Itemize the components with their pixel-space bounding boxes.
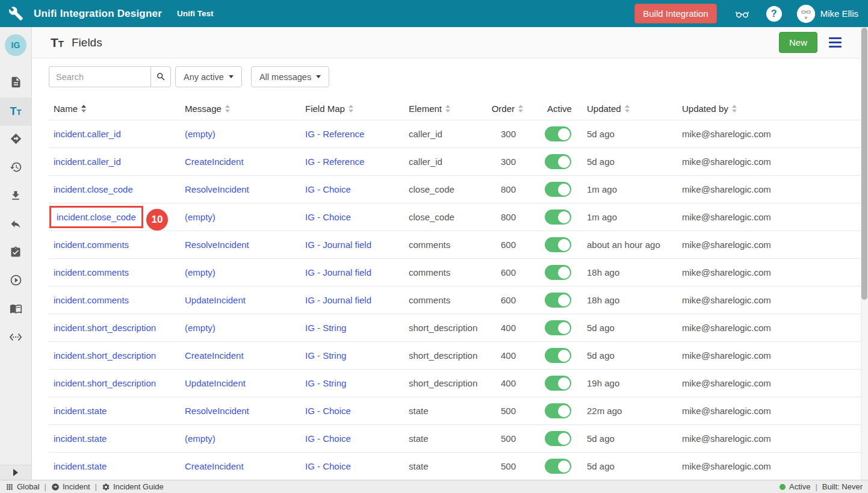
field-map-link[interactable]: IG - Choice — [305, 406, 351, 416]
field-map-link[interactable]: IG - String — [305, 378, 346, 388]
column-header-field-map[interactable]: Field Map — [305, 104, 409, 114]
field-name-link[interactable]: incident.state — [54, 461, 107, 471]
active-toggle[interactable] — [545, 209, 571, 225]
field-map-link[interactable]: IG - String — [305, 350, 346, 361]
sidebar-item-scripts[interactable] — [0, 324, 31, 352]
element-value: caller_id — [409, 129, 442, 139]
sidebar-item-documentation[interactable] — [0, 296, 31, 324]
app-title: Unifi Integration Designer — [34, 8, 162, 20]
message-link[interactable]: (empty) — [185, 433, 215, 444]
column-header-name[interactable]: Name — [49, 104, 185, 114]
download-icon — [10, 190, 22, 204]
field-name-link[interactable]: incident.caller_id — [54, 129, 121, 139]
updated-value: about an hour ago — [587, 240, 660, 250]
field-name-link[interactable]: incident.short_description — [54, 323, 156, 333]
status-bar: Global | Incident | Incident Guide Activ… — [0, 480, 868, 493]
message-link[interactable]: CreateIncident — [185, 461, 244, 471]
field-map-link[interactable]: IG - Choice — [305, 461, 351, 471]
search-input[interactable] — [49, 66, 150, 87]
field-name-link[interactable]: incident.comments — [54, 240, 129, 250]
field-map-link[interactable]: IG - Journal field — [305, 240, 371, 250]
field-map-link[interactable]: IG - Choice — [305, 212, 351, 222]
sidebar-item-history[interactable] — [0, 154, 31, 182]
sidebar-expand-button[interactable] — [0, 465, 31, 480]
message-link[interactable]: (empty) — [185, 212, 215, 222]
message-link[interactable]: (empty) — [185, 129, 215, 139]
statusbar-incident[interactable]: Incident — [51, 482, 90, 491]
active-toggle[interactable] — [545, 126, 571, 141]
gear-icon — [102, 483, 110, 491]
active-toggle[interactable] — [545, 154, 571, 169]
field-name-link[interactable]: incident.comments — [54, 267, 129, 278]
message-link[interactable]: UpdateIncident — [185, 295, 246, 305]
sidebar-item-tasks[interactable] — [0, 239, 31, 267]
order-value: 800 — [501, 212, 516, 222]
active-toggle[interactable] — [545, 320, 571, 335]
active-toggle[interactable] — [545, 431, 571, 446]
column-header-message[interactable]: Message — [185, 104, 305, 114]
active-toggle[interactable] — [545, 459, 571, 474]
field-name-link[interactable]: incident.close_code — [57, 212, 136, 222]
statusbar-global[interactable]: Global — [5, 482, 40, 491]
scrollbar-thumb[interactable] — [861, 28, 867, 300]
build-integration-button[interactable]: Build Integration — [634, 4, 716, 23]
field-map-link[interactable]: IG - Reference — [305, 129, 364, 139]
new-button[interactable]: New — [779, 32, 817, 53]
statusbar-incident-guide[interactable]: Incident Guide — [102, 482, 164, 491]
table-row: incident.commentsResolveIncidentIG - Jou… — [49, 231, 861, 258]
column-header-order[interactable]: Order — [487, 104, 529, 114]
help-icon[interactable]: ? — [766, 6, 782, 22]
scrollbar-track[interactable] — [861, 27, 868, 480]
active-toggle[interactable] — [545, 182, 571, 197]
active-toggle[interactable] — [545, 293, 571, 308]
message-link[interactable]: (empty) — [185, 323, 215, 333]
sidebar-item-responses[interactable] — [0, 211, 31, 239]
message-link[interactable]: CreateIncident — [185, 350, 244, 361]
message-link[interactable]: (empty) — [185, 267, 215, 278]
message-link[interactable]: ResolveIncident — [185, 240, 249, 250]
message-link[interactable]: UpdateIncident — [185, 378, 246, 388]
preview-glasses-icon[interactable] — [733, 7, 751, 21]
field-map-link[interactable]: IG - Reference — [305, 157, 364, 167]
active-toggle[interactable] — [545, 403, 571, 418]
table-body: incident.caller_id(empty)IG - Referencec… — [49, 120, 861, 480]
field-name-link[interactable]: incident.short_description — [54, 378, 156, 388]
element-value: short_description — [409, 350, 477, 361]
field-name-link[interactable]: incident.state — [54, 406, 107, 416]
field-map-link[interactable]: IG - Journal field — [305, 295, 371, 305]
active-toggle[interactable] — [545, 237, 571, 252]
sidebar-item-import[interactable] — [0, 182, 31, 211]
field-map-link[interactable]: IG - String — [305, 323, 346, 333]
field-name-link[interactable]: incident.close_code — [54, 184, 133, 194]
user-name[interactable]: Mike Ellis — [820, 8, 858, 19]
active-toggle[interactable] — [545, 348, 571, 363]
active-toggle[interactable] — [545, 376, 571, 391]
sidebar-item-documents[interactable] — [0, 69, 31, 98]
field-name-link[interactable]: incident.caller_id — [54, 157, 121, 167]
field-map-link[interactable]: IG - Choice — [305, 184, 351, 194]
field-map-link[interactable]: IG - Journal field — [305, 267, 371, 278]
field-map-link[interactable]: IG - Choice — [305, 433, 351, 444]
sidebar-item-messages[interactable] — [0, 126, 31, 154]
message-link[interactable]: ResolveIncident — [185, 406, 249, 416]
column-header-updated[interactable]: Updated — [587, 104, 682, 114]
column-header-updated-by[interactable]: Updated by — [682, 104, 861, 114]
filter-messages-dropdown[interactable]: All messages — [251, 66, 329, 87]
sidebar-item-run[interactable] — [0, 267, 31, 296]
field-name-link[interactable]: incident.comments — [54, 295, 129, 305]
message-link[interactable]: CreateIncident — [185, 157, 244, 167]
message-link[interactable]: ResolveIncident — [185, 184, 249, 194]
integration-avatar[interactable]: IG — [5, 34, 26, 56]
field-name-link[interactable]: incident.short_description — [54, 350, 156, 361]
column-label: Active — [547, 104, 572, 114]
column-header-element[interactable]: Element — [409, 104, 487, 114]
element-value: short_description — [409, 323, 477, 333]
user-avatar[interactable] — [797, 5, 815, 23]
filter-active-dropdown[interactable]: Any active — [175, 66, 242, 87]
search-button[interactable] — [150, 66, 171, 87]
active-toggle[interactable] — [545, 265, 571, 280]
order-value: 400 — [501, 378, 516, 388]
sidebar-item-fields[interactable]: TT — [0, 98, 31, 126]
field-name-link[interactable]: incident.state — [54, 433, 107, 444]
menu-hamburger-icon[interactable] — [829, 37, 842, 48]
